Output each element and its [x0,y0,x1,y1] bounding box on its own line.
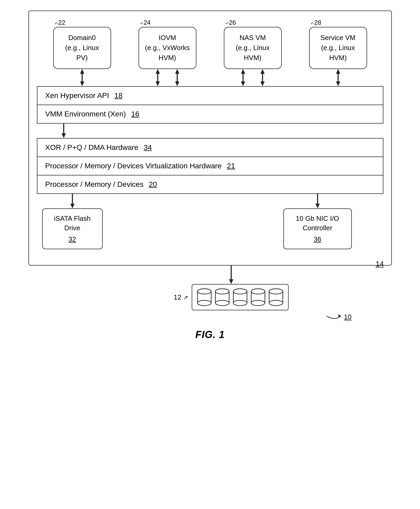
svg-marker-14 [260,81,265,86]
proc-mem-num: 20 [149,180,157,189]
svg-rect-20 [72,194,73,204]
xor-num: 34 [144,143,152,152]
svg-rect-24 [231,266,232,279]
vm-arrows [37,69,383,86]
label-14: 14 [375,260,384,268]
disk-3 [233,288,248,307]
hardware-box: XOR / P+Q / DMA Hardware 34 Processor / … [37,138,383,194]
nic-wrapper: 10 Gb NIC I/OController 36 [283,194,352,249]
svg-marker-3 [156,69,160,74]
nic-box: 10 Gb NIC I/OController 36 [283,208,352,249]
svg-marker-5 [156,81,160,86]
proc-mem-row: Processor / Memory / Devices 20 [37,175,383,193]
svg-marker-11 [241,81,245,86]
double-arrow-24a [152,69,164,86]
isata-num: 32 [68,234,76,244]
double-arrow-28 [332,69,344,86]
vm-28-box: Service VM(e.g., LinuxHVM) [309,27,367,69]
svg-point-31 [197,289,211,294]
svg-rect-10 [243,74,244,81]
vm-24-num: ⌐24 [141,19,151,26]
xor-row: XOR / P+Q / DMA Hardware 34 [37,139,383,157]
xen-api-row: Xen Hypervisor API 18 [37,87,383,105]
ref-10-label: 10 [327,313,352,321]
arrow-disk-svg [225,266,237,284]
arrow-to-disk [225,266,237,284]
svg-point-37 [215,289,229,294]
svg-point-55 [269,289,283,294]
vm-24-box: IOVM(e.g., VxWorksHVM) [139,27,196,69]
arrow-vmm-to-hw [58,124,70,138]
virt-hw-row: Processor / Memory / Devices Virtualizat… [37,157,383,175]
vm-26-num: ⌐26 [226,19,236,26]
svg-point-43 [233,289,247,294]
vm-28-num: ⌐28 [311,19,321,26]
double-arrow-26a [237,69,249,86]
vm-24-wrapper: ⌐24 IOVM(e.g., VxWorksHVM) [139,19,196,69]
vm-22-box: Domain0(e.g., LinuxPV) [53,27,111,69]
svg-rect-13 [262,74,263,81]
vm-28-wrapper: ⌐28 Service VM(e.g., LinuxHVM) [309,19,367,69]
bottom-row: iSATA FlashDrive 32 10 Gb NIC I/OControl… [37,194,383,249]
vm-row: ⌐22 Domain0(e.g., LinuxPV) ⌐24 IOVM(e.g.… [37,19,383,69]
svg-rect-4 [157,74,158,81]
label-10: 10 [344,313,352,321]
isata-box: iSATA FlashDrive 32 [42,208,103,249]
svg-marker-25 [229,279,233,284]
svg-marker-19 [62,133,66,138]
vm-24-arrow [139,69,196,86]
arrow-to-isata [67,194,78,208]
svg-rect-22 [317,194,318,204]
svg-marker-6 [175,69,179,74]
double-arrow-22 [76,69,88,86]
vm-22-wrapper: ⌐22 Domain0(e.g., LinuxPV) [53,19,111,69]
svg-rect-7 [177,74,178,81]
svg-marker-21 [70,204,75,208]
svg-marker-0 [80,69,84,74]
proc-mem-label: Processor / Memory / Devices [45,180,144,189]
vm-22-arrow [53,69,111,86]
arrow-to-nic [312,194,323,208]
xen-api-label: Xen Hypervisor API [45,91,109,100]
disk-5 [269,288,283,307]
svg-marker-9 [241,69,245,74]
svg-marker-8 [175,81,179,86]
vmm-to-hw-arrow [37,124,383,138]
svg-marker-2 [80,81,84,86]
disk-2 [215,288,230,307]
svg-marker-15 [336,69,340,74]
svg-marker-12 [260,69,265,74]
double-arrow-24b [171,69,183,86]
outer-system-box: ⌐22 Domain0(e.g., LinuxPV) ⌐24 IOVM(e.g.… [28,11,392,266]
svg-rect-1 [82,74,83,81]
disk-4 [251,288,265,307]
fig-caption: FIG. 1 [195,329,225,340]
svg-marker-17 [336,81,340,86]
isata-wrapper: iSATA FlashDrive 32 [42,194,103,249]
disk-array-section: 12 ↗ [174,284,288,310]
disk-array-box [192,284,289,310]
arrow-10-svg [327,313,342,321]
disk-1 [197,288,212,307]
nic-num: 36 [314,234,321,244]
double-arrow-26b [257,69,268,86]
hypervisor-box: Xen Hypervisor API 18 VMM Environment (X… [37,86,383,124]
vm-26-arrow [224,69,282,86]
svg-rect-16 [338,74,339,81]
disk-array-label: 12 ↗ [174,293,188,301]
virt-hw-label: Processor / Memory / Devices Virtualizat… [45,162,222,170]
vmm-env-row: VMM Environment (Xen) 16 [37,105,383,123]
vm-26-box: NAS VM(e.g., LinuxHVM) [224,27,282,69]
svg-point-49 [251,289,265,294]
virt-hw-num: 21 [227,162,235,170]
svg-rect-18 [63,124,64,133]
vm-28-arrow [309,69,367,86]
svg-marker-23 [315,204,320,208]
vmm-env-num: 16 [131,110,139,118]
vmm-env-label: VMM Environment (Xen) [45,110,126,118]
vm-26-wrapper: ⌐26 NAS VM(e.g., LinuxHVM) [224,19,282,69]
xor-label: XOR / P+Q / DMA Hardware [45,143,139,152]
page: 14 ⌐22 Domain0(e.g., LinuxPV) ⌐24 [0,0,420,509]
vm-22-num: ⌐22 [55,19,65,26]
xen-api-num: 18 [114,91,122,100]
